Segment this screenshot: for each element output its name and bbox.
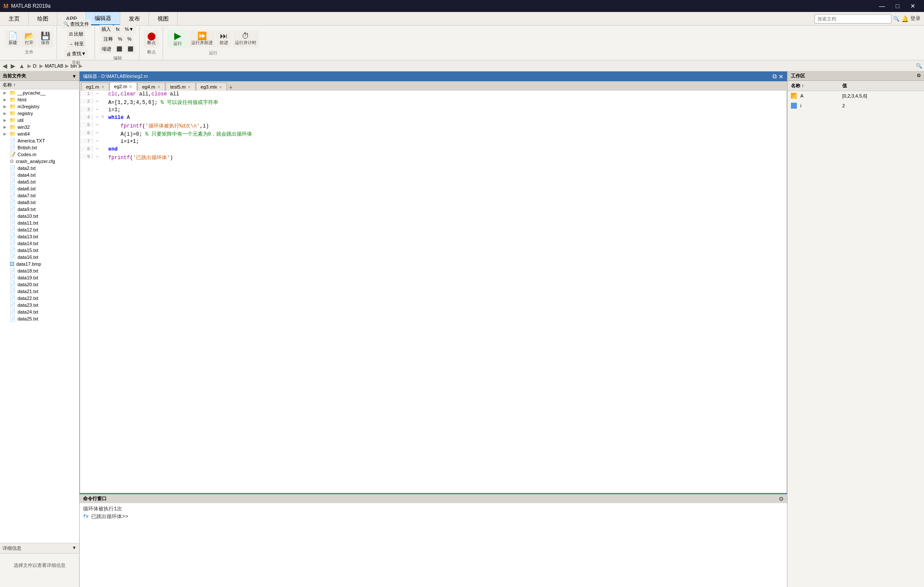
list-item[interactable]: ▶ 📁 util: [0, 117, 79, 124]
find-file-button[interactable]: 🔍 查找文件: [61, 20, 91, 29]
advance-button[interactable]: ⏭ 前进: [216, 30, 232, 47]
line-content-3[interactable]: i=1;: [107, 107, 787, 113]
list-item[interactable]: 📄data25.txt: [0, 315, 79, 322]
notification-icon[interactable]: 🔔: [901, 15, 909, 22]
comment-button[interactable]: 注释: [101, 35, 115, 44]
line-content-9[interactable]: fprintf('已跳出循环体'): [107, 154, 787, 162]
list-item[interactable]: 📄data13.txt: [0, 233, 79, 240]
tab-test5[interactable]: test5.m ✕: [166, 83, 196, 91]
menu-tab-editor[interactable]: 编辑器: [86, 12, 120, 25]
breakpoint-button[interactable]: ⬤ 断点: [144, 30, 159, 47]
line-content-5[interactable]: fprintf('循环体被执行%d次\n',i): [107, 122, 787, 130]
list-item[interactable]: 📄data22.txt: [0, 295, 79, 302]
fx-button[interactable]: fx: [114, 25, 122, 34]
tab-eg3[interactable]: eg3.mlx ✕: [196, 83, 227, 91]
tab-eg4-close[interactable]: ✕: [157, 85, 160, 89]
tab-eg3-close[interactable]: ✕: [219, 85, 222, 89]
print-button[interactable]: 🖨 查找▼: [64, 49, 88, 58]
list-item[interactable]: 📄data5.txt: [0, 178, 79, 185]
search-input[interactable]: [814, 14, 891, 24]
uncomment-button[interactable]: %: [125, 35, 134, 44]
comment2-button[interactable]: %: [116, 35, 125, 44]
insert-button[interactable]: 插入: [99, 25, 113, 34]
minimize-button[interactable]: —: [874, 0, 890, 12]
menu-tab-plot[interactable]: 绘图: [29, 12, 57, 25]
path-bin[interactable]: bin: [71, 63, 77, 68]
path-matlab[interactable]: MATLAB: [45, 63, 63, 68]
tab-eg2[interactable]: eg2.m ✕: [110, 82, 137, 91]
editor-close-button[interactable]: ✕: [778, 73, 784, 80]
percent-button[interactable]: %▼: [123, 25, 136, 34]
list-item[interactable]: ▶ 📁 win32: [0, 124, 79, 130]
file-panel-expand-icon[interactable]: ▼: [72, 74, 77, 79]
list-item[interactable]: 📄data18.txt: [0, 267, 79, 274]
list-item[interactable]: 📄data2.txt: [0, 165, 79, 172]
back-button[interactable]: ◀: [2, 62, 8, 70]
list-item[interactable]: 📄data10.txt: [0, 213, 79, 219]
code-editor[interactable]: 1 — clc,clear all,close all 2 — A=[1,2,3…: [80, 91, 787, 493]
list-item[interactable]: 📄 America.TXT: [0, 137, 79, 144]
list-item[interactable]: ▶ 📁 win64: [0, 130, 79, 137]
menu-tab-view[interactable]: 视图: [149, 12, 178, 25]
list-item[interactable]: 📄data6.txt: [0, 185, 79, 192]
list-item[interactable]: 📄data8.txt: [0, 199, 79, 206]
list-item[interactable]: 📄data15.txt: [0, 247, 79, 254]
editor-expand-button[interactable]: ⧉: [772, 73, 777, 80]
line-content-7[interactable]: i=i+1;: [107, 138, 787, 145]
list-item[interactable]: ▶ 📁 registry: [0, 110, 79, 117]
list-item[interactable]: 📄data23.txt: [0, 302, 79, 308]
compare-button[interactable]: ⚖ 比较: [67, 30, 86, 39]
maximize-button[interactable]: □: [890, 0, 905, 12]
list-item[interactable]: 📄data19.txt: [0, 274, 79, 281]
list-item[interactable]: 📄 British.txt: [0, 144, 79, 151]
list-item[interactable]: 📄data21.txt: [0, 288, 79, 295]
tab-eg1-close[interactable]: ✕: [101, 85, 104, 89]
goto-button[interactable]: → 转至: [67, 39, 86, 48]
list-item[interactable]: 📄data4.txt: [0, 172, 79, 178]
list-item[interactable]: ▶ 📁 m3registry: [0, 103, 79, 110]
new-button[interactable]: 📄 新建: [5, 30, 21, 47]
list-item[interactable]: 📄data9.txt: [0, 206, 79, 213]
line-content-6[interactable]: A(i)=0; % 只要矩阵中有一个元素为0，就会跳出循环体: [107, 130, 787, 138]
workspace-var-i[interactable]: i 2: [787, 101, 924, 111]
list-item[interactable]: ▶ 📁 html: [0, 96, 79, 103]
run-time-button[interactable]: ⏱ 运行并计时: [232, 30, 259, 47]
line-content-2[interactable]: A=[1,2,3;4,5,6]; % 可以设任何值或字符串: [107, 98, 787, 107]
list-item[interactable]: 📄data11.txt: [0, 219, 79, 226]
cmd-expand-button[interactable]: ⊙: [779, 495, 784, 502]
tab-eg1[interactable]: eg1.m ✕: [81, 83, 109, 91]
tab-eg2-close[interactable]: ✕: [129, 84, 132, 89]
run-advance-button[interactable]: ⏩ 运行并前进: [189, 30, 215, 47]
path-d[interactable]: D:: [33, 63, 38, 68]
workspace-expand-icon[interactable]: ⊙: [917, 73, 921, 79]
list-item[interactable]: 📄data24.txt: [0, 308, 79, 315]
detail-info-toggle[interactable]: 详细信息 ▼: [0, 543, 79, 553]
save-button[interactable]: 💾 保存: [38, 30, 53, 47]
search-icon[interactable]: 🔍: [893, 16, 900, 22]
tab-test5-close[interactable]: ✕: [187, 85, 191, 89]
open-button[interactable]: 📂 打开: [21, 30, 37, 47]
menu-tab-publish[interactable]: 发布: [120, 12, 149, 25]
login-button[interactable]: 登录: [910, 15, 921, 22]
line-content-8[interactable]: end: [107, 146, 787, 153]
forward-button[interactable]: ▶: [10, 62, 16, 70]
up-button[interactable]: ▲: [18, 62, 26, 70]
tab-eg4[interactable]: eg4.m ✕: [137, 83, 165, 91]
indent-button[interactable]: 缩进: [100, 44, 113, 53]
list-item[interactable]: 🖼 data17.bmp: [0, 261, 79, 267]
line-content-4[interactable]: while A: [107, 114, 787, 121]
workspace-var-a[interactable]: A [0,2;3,4,5,6]: [787, 91, 924, 101]
line-content-1[interactable]: clc,clear all,close all: [107, 91, 787, 98]
list-item[interactable]: ⚙ crash_analyzer.cfg: [0, 158, 79, 165]
fold-icon-4[interactable]: ▽: [101, 114, 107, 119]
list-item[interactable]: 📄data7.txt: [0, 192, 79, 199]
list-item[interactable]: 📄data12.txt: [0, 226, 79, 233]
run-button[interactable]: ▶ 运行: [167, 30, 188, 48]
indent2-button[interactable]: ⬛: [114, 44, 125, 53]
menu-tab-home[interactable]: 主页: [0, 12, 29, 25]
close-button[interactable]: ✕: [905, 0, 921, 12]
cmd-content[interactable]: 循环体被执行1次 fx 已跳出循环体>>: [80, 503, 787, 587]
list-item[interactable]: ▶ 📁 __pycache__: [0, 89, 79, 96]
search-path-icon[interactable]: 🔍: [916, 63, 922, 69]
list-item[interactable]: 📄data16.txt: [0, 254, 79, 261]
